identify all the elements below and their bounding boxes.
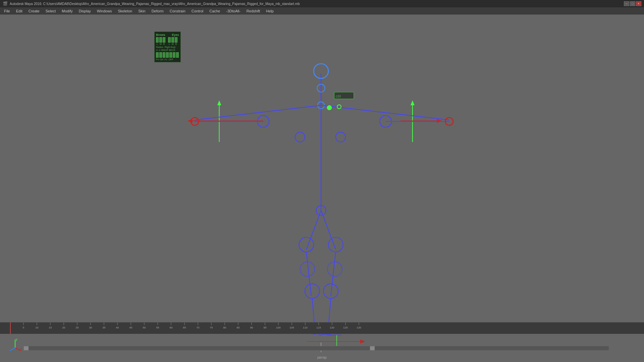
svg-text:45: 45 <box>129 326 132 329</box>
svg-text:10: 10 <box>36 326 39 329</box>
svg-text:120: 120 <box>330 326 334 329</box>
face-controller: Brows Eyes L M <box>154 34 181 62</box>
face-row4: FV CtrlFJOFF <box>156 58 179 61</box>
minimize-button[interactable]: ─ <box>624 1 629 6</box>
brow-l-label: L <box>157 43 158 45</box>
svg-line-36 <box>328 298 331 322</box>
menu-select[interactable]: Select <box>43 8 59 14</box>
menu-edit[interactable]: Edit <box>13 8 25 14</box>
svg-text:60: 60 <box>170 326 173 329</box>
face-s2[interactable] <box>159 52 162 58</box>
svg-text:5: 5 <box>23 326 24 329</box>
timeline-svg: 5 10 15 20 25 30 35 40 45 50 55 60 65 <box>10 322 580 334</box>
svg-text:20: 20 <box>62 326 65 329</box>
svg-text:75: 75 <box>210 326 213 329</box>
face-s7[interactable] <box>176 52 179 58</box>
svg-point-47 <box>327 105 332 110</box>
eye-m-label: M <box>172 43 174 45</box>
menu-redshift[interactable]: Redshift <box>244 8 263 14</box>
eye-l-slider[interactable] <box>168 37 171 43</box>
brow-r-label: R <box>163 43 165 45</box>
menu-create[interactable]: Create <box>26 8 42 14</box>
svg-text:55: 55 <box>156 326 159 329</box>
svg-text:110: 110 <box>303 326 308 329</box>
menu-bar: File Edit Create Select Modify Display W… <box>0 7 644 15</box>
svg-text:90: 90 <box>250 326 253 329</box>
svg-text:65: 65 <box>183 326 186 329</box>
svg-text:25: 25 <box>76 326 79 329</box>
middle-section: ▷ ✚ ↻ ⤡ ⬡ 🖌 ∿ ⌒ ○ □ ▪ ● 📷 💡 ⊞ ≡ ⏱ 📈 ⬢ ⊡ … <box>0 34 644 322</box>
close-button[interactable]: ✕ <box>636 1 641 6</box>
svg-text:40: 40 <box>116 326 119 329</box>
timeline-area[interactable]: 5 10 15 20 25 30 35 40 45 50 55 60 65 <box>0 322 644 334</box>
viewport-wrapper: View Shading Lighting Show Renderer Pane… <box>9 34 570 322</box>
face-row2: RadiusRight Angl <box>156 46 179 48</box>
face-s5[interactable] <box>169 52 172 58</box>
menu-constrain[interactable]: Constrain <box>167 8 188 14</box>
eye-r-label: R <box>175 43 177 45</box>
menu-help[interactable]: Help <box>263 8 276 14</box>
menu-windows[interactable]: Windows <box>94 8 115 14</box>
svg-text:35: 35 <box>103 326 106 329</box>
eye-r-slider[interactable] <box>175 37 177 43</box>
sep-brow-eye <box>166 37 167 45</box>
range-thumb-start[interactable] <box>24 346 29 350</box>
menu-skin[interactable]: Skin <box>136 8 148 14</box>
svg-text:100: 100 <box>276 326 281 329</box>
menu-skeleton[interactable]: Skeleton <box>115 8 135 14</box>
svg-text:115: 115 <box>316 326 321 329</box>
svg-point-28 <box>328 237 343 252</box>
menu-control[interactable]: Control <box>189 8 206 14</box>
brow-m-label: M <box>160 43 162 45</box>
range-scrubber[interactable] <box>23 346 609 351</box>
eye-m-slider[interactable] <box>171 37 174 43</box>
title-bar: 🎬 Autodesk Maya 2016: C:\Users\AMDA8\Des… <box>0 0 644 7</box>
menu-modify[interactable]: Modify <box>59 8 75 14</box>
svg-point-48 <box>337 105 341 109</box>
face-s6[interactable] <box>173 52 175 58</box>
menu-3dtall[interactable]: -3DtoAll- <box>223 8 243 14</box>
svg-line-29 <box>306 252 311 296</box>
window-title: Autodesk Maya 2016: C:\Users\AMDA8\Deskt… <box>10 2 300 6</box>
face-s1[interactable] <box>156 52 159 58</box>
face-s4[interactable] <box>166 52 169 58</box>
window-controls: ─ □ ✕ <box>624 1 641 6</box>
brow-m-slider[interactable] <box>159 37 162 43</box>
svg-text:50: 50 <box>143 326 146 329</box>
svg-text:30: 30 <box>89 326 92 329</box>
menu-file[interactable]: File <box>1 8 13 14</box>
svg-text:95: 95 <box>264 326 267 329</box>
svg-text:80: 80 <box>223 326 226 329</box>
svg-marker-7 <box>437 119 442 123</box>
menu-deform[interactable]: Deform <box>149 8 166 14</box>
face-s3[interactable] <box>163 52 165 58</box>
viewport-canvas[interactable]: Brows Eyes L M <box>0 34 644 322</box>
svg-point-21 <box>336 132 345 142</box>
svg-text:15: 15 <box>49 326 52 329</box>
brows-label: Brows <box>156 34 165 37</box>
svg-line-13 <box>321 105 449 120</box>
svg-point-30 <box>305 284 320 299</box>
svg-text:130: 130 <box>357 326 361 329</box>
svg-text:125: 125 <box>343 326 348 329</box>
face-sliders2 <box>156 52 179 58</box>
svg-point-26 <box>299 237 314 252</box>
eye-l-label: L <box>169 43 170 45</box>
svg-point-32 <box>323 284 338 299</box>
brow-r-slider[interactable] <box>163 37 165 43</box>
svg-line-33 <box>312 298 315 322</box>
svg-text:ctrl: ctrl <box>336 94 341 98</box>
maximize-button[interactable]: □ <box>630 1 635 6</box>
svg-line-31 <box>331 252 336 296</box>
svg-marker-1 <box>217 101 221 106</box>
svg-marker-3 <box>411 101 415 106</box>
brow-l-slider[interactable] <box>156 37 159 43</box>
playhead <box>10 322 11 334</box>
svg-line-12 <box>195 105 321 120</box>
menu-cache[interactable]: Cache <box>207 8 223 14</box>
range-thumb-end[interactable] <box>370 346 375 350</box>
svg-text:105: 105 <box>289 326 294 329</box>
menu-display[interactable]: Display <box>76 8 94 14</box>
svg-point-20 <box>295 132 305 142</box>
app-layout: 🎬 Autodesk Maya 2016: C:\Users\AMDA8\Des… <box>0 0 644 362</box>
